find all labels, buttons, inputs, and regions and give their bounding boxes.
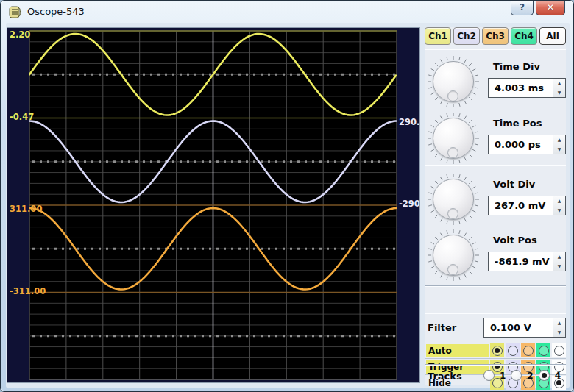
spin-buttons: ▲ ▼ bbox=[553, 135, 565, 154]
tracks-option-label: 1 bbox=[500, 371, 506, 381]
spin-up-icon[interactable]: ▲ bbox=[553, 79, 565, 88]
spin-up-icon[interactable]: ▲ bbox=[553, 252, 565, 262]
spin-down-icon[interactable]: ▼ bbox=[553, 88, 565, 98]
tracks-radio-1[interactable] bbox=[483, 370, 495, 381]
ch1-max-label: 2.20 bbox=[10, 29, 30, 40]
help-button[interactable]: ? bbox=[511, 1, 534, 15]
tracks-radio-2[interactable] bbox=[511, 370, 522, 381]
separator bbox=[425, 285, 566, 287]
spin-buttons: ▲ ▼ bbox=[553, 252, 565, 271]
time-div-value[interactable]: 4.003 ms bbox=[489, 79, 553, 97]
volt-pos-section: Volt Pos -861.9 mV ▲ ▼ bbox=[425, 227, 566, 283]
window-content: 2.20-0.47290.4-290.0311.00-311.00 Ch1Ch2… bbox=[6, 23, 570, 388]
spin-buttons: ▲ ▼ bbox=[553, 196, 565, 215]
radio-circle[interactable] bbox=[554, 346, 564, 356]
tracks-option-label: 4 bbox=[555, 371, 561, 381]
filter-row: Filter 0.100 V ▲ ▼ bbox=[425, 317, 566, 339]
auto-radio-group bbox=[490, 343, 566, 357]
ch2-min-label: -290.0 bbox=[399, 199, 419, 209]
auto-radio-all[interactable] bbox=[552, 343, 566, 357]
auto-label: Auto bbox=[426, 344, 489, 357]
tracks-row: Tracks 124 bbox=[425, 368, 566, 385]
time-div-spinbox[interactable]: 4.003 ms ▲ ▼ bbox=[488, 78, 566, 98]
spin-down-icon[interactable]: ▼ bbox=[553, 145, 565, 154]
volt-pos-label: Volt Pos bbox=[493, 235, 537, 246]
volt-div-knob[interactable] bbox=[427, 173, 480, 226]
channel-button-ch1[interactable]: Ch1 bbox=[425, 27, 451, 45]
tracks-radio-4[interactable] bbox=[539, 370, 550, 381]
volt-div-section: Volt Div 267.0 mV ▲ ▼ bbox=[425, 171, 566, 227]
spin-down-icon[interactable]: ▼ bbox=[553, 262, 565, 271]
tracks-options: 124 bbox=[483, 370, 561, 381]
separator bbox=[425, 165, 566, 166]
auto-radio-ch1[interactable] bbox=[490, 343, 504, 357]
close-button[interactable]: ✕ bbox=[536, 1, 565, 15]
channel-button-ch2[interactable]: Ch2 bbox=[453, 27, 480, 45]
auto-radio-ch2[interactable] bbox=[506, 343, 520, 357]
scope-display: 2.20-0.47290.4-290.0311.00-311.00 bbox=[7, 27, 420, 383]
volt-div-spinbox[interactable]: 267.0 mV ▲ ▼ bbox=[488, 196, 566, 215]
window-title: Oscope-543 bbox=[27, 6, 85, 17]
filter-spinbox[interactable]: 0.100 V ▲ ▼ bbox=[483, 318, 566, 338]
title-bar[interactable]: Oscope-543 ? ✕ bbox=[1, 1, 573, 23]
volt-div-value[interactable]: 267.0 mV bbox=[489, 196, 553, 215]
spin-down-icon[interactable]: ▼ bbox=[553, 206, 565, 215]
time-pos-value[interactable]: 0.000 ps bbox=[489, 135, 553, 154]
channel-button-ch3[interactable]: Ch3 bbox=[482, 27, 509, 45]
time-pos-knob[interactable] bbox=[427, 112, 480, 165]
ch3-max-label: 311.00 bbox=[10, 204, 42, 214]
filter-label: Filter bbox=[428, 322, 456, 333]
knob-indicator bbox=[447, 208, 458, 219]
spin-down-icon[interactable]: ▼ bbox=[553, 328, 565, 338]
knob-indicator bbox=[447, 90, 458, 101]
channel-button-ch4[interactable]: Ch4 bbox=[511, 27, 537, 45]
time-div-label: Time Div bbox=[493, 61, 540, 72]
radio-dot bbox=[542, 373, 547, 378]
ch2-max-label: 290.4 bbox=[399, 117, 419, 127]
scope-plot: 2.20-0.47290.4-290.0311.00-311.00 bbox=[7, 28, 419, 382]
radio-circle[interactable] bbox=[523, 346, 534, 356]
app-icon bbox=[9, 6, 22, 18]
volt-pos-knob[interactable] bbox=[427, 229, 480, 282]
time-pos-spinbox[interactable]: 0.000 ps ▲ ▼ bbox=[488, 135, 566, 154]
filter-value[interactable]: 0.100 V bbox=[484, 318, 553, 337]
app-window: Oscope-543 ? ✕ 2.20-0.47290.4-290.0311.0… bbox=[0, 0, 574, 392]
radio-circle[interactable] bbox=[508, 346, 518, 356]
ch1-min-label: -0.47 bbox=[10, 112, 34, 122]
volt-pos-spinbox[interactable]: -861.9 mV ▲ ▼ bbox=[488, 252, 566, 271]
spin-buttons: ▲ ▼ bbox=[553, 318, 565, 337]
separator bbox=[425, 49, 566, 50]
radio-circle[interactable] bbox=[492, 346, 503, 356]
time-pos-section: Time Pos 0.000 ps ▲ ▼ bbox=[425, 110, 566, 166]
knob-indicator bbox=[447, 264, 458, 275]
mode-row-auto: Auto bbox=[425, 343, 566, 359]
auto-radio-ch4[interactable] bbox=[536, 343, 550, 357]
separator bbox=[425, 313, 566, 314]
separator bbox=[425, 364, 566, 366]
spin-buttons: ▲ ▼ bbox=[553, 79, 565, 97]
radio-circle[interactable] bbox=[539, 346, 549, 356]
tracks-option-label: 2 bbox=[527, 371, 533, 381]
volt-pos-value[interactable]: -861.9 mV bbox=[489, 252, 553, 271]
radio-dot bbox=[495, 348, 500, 353]
time-div-section: Time Div 4.003 ms ▲ ▼ bbox=[425, 54, 566, 110]
tracks-label: Tracks bbox=[428, 371, 462, 382]
channel-button-row: Ch1Ch2Ch3Ch4All bbox=[425, 27, 566, 45]
spin-up-icon[interactable]: ▲ bbox=[553, 318, 565, 328]
volt-div-label: Volt Div bbox=[493, 179, 535, 190]
spin-up-icon[interactable]: ▲ bbox=[553, 196, 565, 206]
time-div-knob[interactable] bbox=[427, 55, 480, 108]
auto-radio-ch3[interactable] bbox=[521, 343, 535, 357]
ch3-min-label: -311.00 bbox=[10, 286, 46, 296]
channel-button-all[interactable]: All bbox=[539, 27, 566, 45]
knob-indicator bbox=[447, 147, 458, 158]
spin-up-icon[interactable]: ▲ bbox=[553, 135, 565, 145]
time-pos-label: Time Pos bbox=[493, 118, 542, 129]
control-panel: Ch1Ch2Ch3Ch4All Time Div 4.003 ms ▲ ▼ bbox=[425, 27, 566, 385]
